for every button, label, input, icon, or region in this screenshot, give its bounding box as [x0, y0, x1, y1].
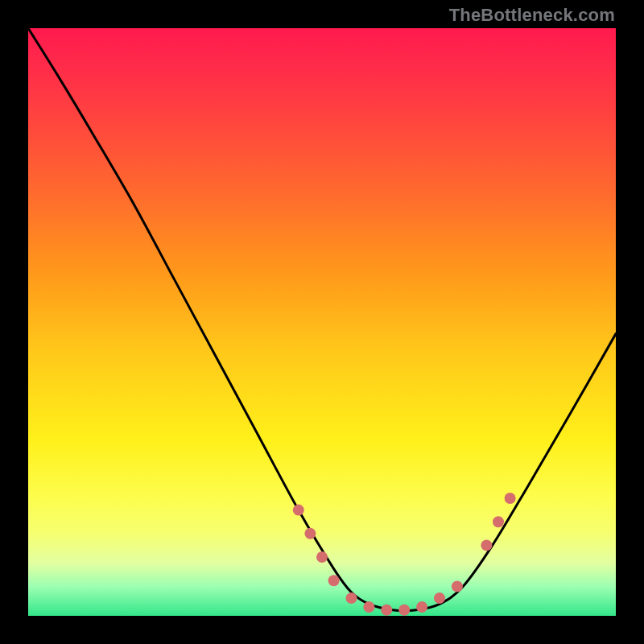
curve-marker [481, 539, 492, 551]
curve-marker [505, 493, 516, 504]
curve-marker [452, 581, 463, 592]
curve-marker [316, 551, 328, 563]
curve-marker [293, 505, 304, 516]
chart-frame: TheBottleneck.com [0, 0, 644, 644]
curve-marker [304, 528, 316, 539]
curve-marker [434, 592, 445, 604]
bottleneck-curve-line [28, 28, 616, 611]
attribution-label: TheBottleneck.com [449, 5, 615, 26]
curve-marker [416, 601, 427, 613]
curve-marker [328, 575, 340, 586]
curve-marker [381, 605, 392, 616]
curve-marker [363, 601, 374, 613]
curve-marker-group [293, 493, 516, 616]
curve-marker [493, 516, 504, 527]
chart-plot-area [28, 28, 616, 616]
bottleneck-curve-svg [28, 28, 616, 616]
curve-marker [346, 592, 357, 604]
curve-marker [398, 605, 410, 616]
